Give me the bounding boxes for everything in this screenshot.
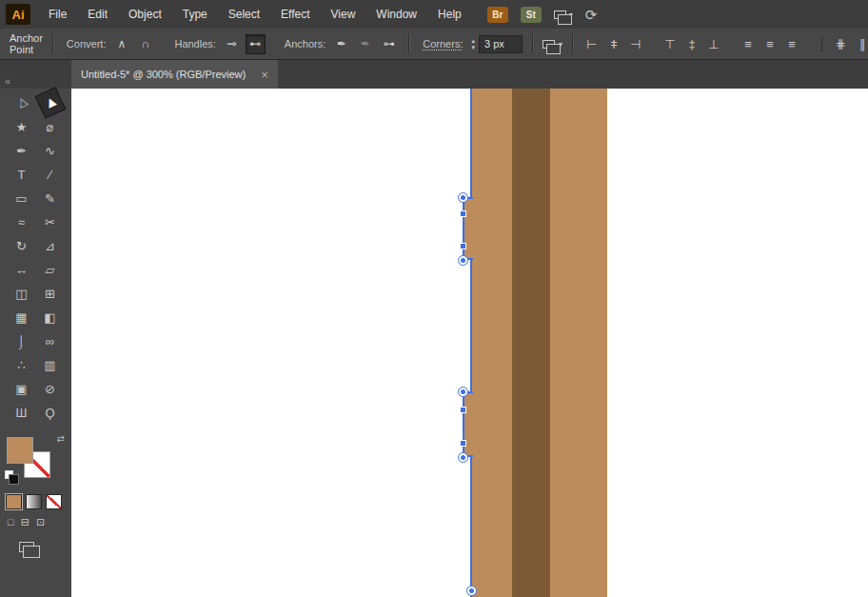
blend-tool[interactable]: ∞: [38, 329, 63, 352]
corners-input[interactable]: [479, 35, 523, 53]
menu-type[interactable]: Type: [172, 0, 218, 29]
symbol-sprayer-tool[interactable]: ∴: [10, 353, 34, 376]
eyedropper-tool[interactable]: ⌡: [10, 329, 34, 352]
selection-tab[interactable]: [463, 197, 473, 260]
bridge-button[interactable]: Br: [487, 7, 508, 23]
convert-to-smooth-button[interactable]: ∩: [135, 34, 155, 54]
menu-view[interactable]: View: [321, 0, 366, 29]
selection-path[interactable]: [470, 89, 472, 597]
selection-tool[interactable]: ▷: [6, 87, 37, 119]
hand-tool[interactable]: Ш: [10, 401, 34, 424]
stock-button[interactable]: St: [521, 7, 542, 23]
scissors-tool[interactable]: ✂: [38, 210, 63, 233]
control-title: Anchor Point: [10, 32, 43, 55]
anchor-point-round[interactable]: [458, 452, 468, 463]
align-horizontal-right-button[interactable]: ⊣: [628, 37, 643, 51]
draw-normal-icon[interactable]: □: [8, 516, 14, 528]
anchor-point-round[interactable]: [466, 586, 477, 596]
corners-stepper[interactable]: ▴ ▾: [471, 37, 475, 50]
align-horizontal-left-button[interactable]: ⊢: [584, 37, 600, 51]
show-handles-button[interactable]: ⊷: [246, 34, 266, 54]
anchor-point-square[interactable]: [460, 210, 466, 217]
align-vertical-top-button[interactable]: ⊤: [662, 37, 678, 51]
gradient-button[interactable]: [26, 494, 42, 509]
distribute-vertical-top-button[interactable]: ≡: [740, 37, 756, 51]
stepper-down-icon[interactable]: ▾: [471, 44, 475, 50]
gradient-tool[interactable]: ◧: [38, 306, 63, 328]
app-logo[interactable]: Ai: [6, 4, 30, 25]
collapse-panel-icon[interactable]: «: [5, 75, 10, 87]
stepper-up-icon[interactable]: ▴: [471, 37, 475, 44]
workspace-icon: [554, 10, 566, 19]
free-transform-tool[interactable]: ▱: [38, 258, 63, 281]
swap-fill-stroke-icon[interactable]: ⇄: [57, 433, 65, 444]
divider: [572, 34, 573, 53]
paintbrush-tool[interactable]: ✎: [38, 187, 63, 209]
draw-behind-icon[interactable]: ⊟: [21, 516, 30, 528]
mesh-tool[interactable]: ▦: [10, 306, 34, 328]
scale-tool[interactable]: ⊿: [38, 234, 63, 257]
slice-tool[interactable]: ⊘: [38, 377, 63, 400]
menu-select[interactable]: Select: [218, 0, 270, 29]
anchor-point-square[interactable]: [460, 407, 466, 413]
align-vertical-center-button[interactable]: ‡: [684, 37, 700, 51]
drawing-mode-buttons: □ ⊟ ⊡: [8, 516, 45, 528]
add-anchor-button[interactable]: ✒: [355, 34, 375, 54]
distribute-vertical-center-button[interactable]: ≡: [762, 37, 778, 51]
pen-tool[interactable]: ✒: [10, 139, 34, 162]
sync-icon[interactable]: ⟳: [585, 8, 598, 22]
magic-wand-tool[interactable]: ★: [10, 115, 34, 138]
none-button[interactable]: [46, 494, 62, 509]
rectangle-tool[interactable]: ▭: [10, 187, 34, 209]
selection-tab[interactable]: [463, 391, 473, 457]
rotate-tool[interactable]: ↻: [10, 234, 34, 257]
default-swatches-icon[interactable]: [5, 470, 13, 479]
connect-anchors-button[interactable]: ⊶: [379, 34, 399, 54]
remove-anchor-button[interactable]: ✒: [331, 34, 351, 54]
canvas[interactable]: [71, 89, 868, 597]
menu-file[interactable]: File: [38, 0, 77, 29]
align-horizontal-center-button[interactable]: ǂ: [606, 37, 621, 51]
perspective-grid-tool[interactable]: ⊞: [38, 282, 63, 305]
column-graph-tool[interactable]: ▥: [38, 353, 63, 376]
distribute-vertical-bottom-button[interactable]: ≡: [784, 37, 799, 51]
convert-to-corner-button[interactable]: ∧: [111, 34, 131, 54]
anchor-point-round[interactable]: [458, 255, 468, 266]
draw-inside-icon[interactable]: ⊡: [36, 516, 45, 528]
artboard-tool[interactable]: ▣: [10, 377, 34, 400]
width-tool[interactable]: ↔: [10, 258, 34, 281]
distribute-horizontal-space-button[interactable]: ⋕: [821, 37, 848, 51]
screen-mode-button[interactable]: [19, 539, 34, 556]
line-segment-tool[interactable]: ∕: [38, 163, 63, 186]
anchor-point-square[interactable]: [460, 440, 466, 447]
document-tab[interactable]: Untitled-5* @ 300% (RGB/Preview) ×: [71, 60, 278, 89]
transform-preset-button[interactable]: ▾: [542, 40, 562, 49]
shape-builder-tool[interactable]: ◫: [10, 282, 34, 305]
anchor-point-round[interactable]: [458, 192, 468, 203]
shaper-tool[interactable]: ≈: [10, 210, 34, 233]
distribute-vertical-space-button[interactable]: ∥: [855, 37, 868, 51]
anchor-point-square[interactable]: [460, 243, 466, 249]
menu-effect[interactable]: Effect: [270, 0, 320, 29]
main-area: ▷▶★⌀✒∿T∕▭✎≈✂↻⊿↔▱◫⊞▦◧⌡∞∴▥▣⊘ШϘ ⇄ □ ⊟ ⊡: [0, 89, 868, 597]
artwork-stripe[interactable]: [512, 89, 550, 597]
menu-help[interactable]: Help: [427, 0, 472, 29]
convert-label: Convert:: [67, 38, 107, 50]
menu-window[interactable]: Window: [365, 0, 427, 29]
color-button[interactable]: [6, 494, 22, 509]
hide-handles-button[interactable]: ⊸: [222, 34, 242, 54]
screen-mode-icon: [19, 542, 34, 552]
tab-close-icon[interactable]: ×: [261, 68, 268, 82]
type-tool[interactable]: T: [10, 163, 34, 186]
lasso-tool[interactable]: ⌀: [38, 115, 63, 138]
fill-swatch[interactable]: [7, 437, 33, 464]
zoom-tool[interactable]: Ϙ: [38, 401, 63, 424]
menu-edit[interactable]: Edit: [77, 0, 118, 29]
workspace-switcher[interactable]: ▾: [554, 10, 573, 19]
curvature-tool[interactable]: ∿: [38, 139, 63, 162]
corners-label[interactable]: Corners:: [423, 38, 463, 50]
direct-selection-tool[interactable]: ▶: [34, 87, 66, 119]
menu-object[interactable]: Object: [118, 0, 172, 29]
anchor-point-round[interactable]: [458, 387, 468, 397]
align-vertical-bottom-button[interactable]: ⊥: [706, 37, 721, 51]
